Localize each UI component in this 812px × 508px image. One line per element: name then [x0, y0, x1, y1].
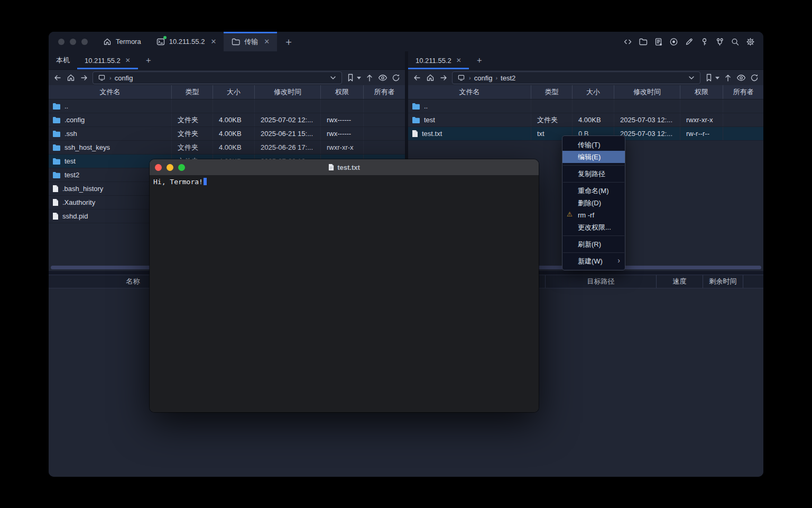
- bookmark-dropdown-icon[interactable]: [715, 73, 719, 83]
- file-name: .Xauthority: [62, 198, 95, 206]
- table-header: 文件名 类型 大小 修改时间 权限 所有者: [49, 85, 405, 99]
- column-header-mtime[interactable]: 修改时间: [255, 85, 321, 99]
- menu-item-edit[interactable]: 编辑(E): [562, 151, 625, 163]
- table-row[interactable]: ..: [408, 99, 763, 113]
- column-header-owner[interactable]: 所有者: [723, 85, 763, 99]
- column-header-name[interactable]: 文件名: [49, 85, 172, 99]
- chevron-down-icon[interactable]: [328, 73, 338, 83]
- close-tab-icon[interactable]: ✕: [125, 57, 131, 64]
- column-header-mtime[interactable]: 修改时间: [614, 85, 680, 99]
- upload-icon[interactable]: [365, 73, 374, 83]
- table-row[interactable]: test 文件夹4.00KB2025-07-03 12:...rwxr-xr-x: [408, 113, 763, 127]
- transfer-column-eta[interactable]: 剩余时间: [703, 275, 743, 288]
- key-icon[interactable]: [699, 37, 709, 47]
- breadcrumb-config[interactable]: config: [474, 74, 493, 82]
- table-row[interactable]: .ssh 文件夹4.00KB2025-06-21 15:...rwx------: [49, 127, 405, 141]
- menu-item-transfer[interactable]: 传输(T): [562, 139, 625, 151]
- folder-icon: [52, 144, 61, 151]
- edit-icon[interactable]: [684, 37, 694, 47]
- tab-remote-label: 10.211.55.2: [416, 57, 451, 65]
- column-header-name[interactable]: 文件名: [408, 85, 531, 99]
- column-header-perm[interactable]: 权限: [680, 85, 723, 99]
- forward-icon[interactable]: [79, 73, 89, 83]
- search-icon[interactable]: [730, 37, 740, 47]
- refresh-icon[interactable]: [750, 73, 759, 83]
- back-icon[interactable]: [53, 73, 62, 83]
- path-breadcrumb-field[interactable]: › config › test2: [452, 71, 700, 84]
- breadcrumb-test2[interactable]: test2: [501, 74, 515, 82]
- maximize-window-button[interactable]: [81, 39, 88, 45]
- file-name: sshd.pid: [62, 212, 88, 220]
- close-tab-icon[interactable]: ✕: [456, 57, 462, 64]
- column-header-perm[interactable]: 权限: [321, 85, 364, 99]
- menu-item-delete[interactable]: 删除(D): [562, 197, 625, 209]
- keychain-icon[interactable]: [715, 37, 724, 47]
- tab-home[interactable]: Termora: [95, 32, 149, 51]
- menu-separator: [563, 252, 624, 253]
- table-row[interactable]: ..: [49, 99, 405, 113]
- breadcrumb-separator: ›: [109, 75, 112, 81]
- menu-item-rm-rf[interactable]: ⚠rm -rf: [562, 209, 625, 221]
- bookmark-icon[interactable]: [346, 73, 355, 83]
- refresh-icon[interactable]: [391, 73, 401, 83]
- menu-item-refresh[interactable]: 刷新(R): [562, 238, 625, 250]
- tab-terminal-label: 10.211.55.2: [169, 38, 205, 46]
- menu-item-change-permissions[interactable]: 更改权限...: [562, 221, 625, 233]
- add-panel-tab-button[interactable]: ＋: [469, 51, 490, 69]
- close-tab-icon[interactable]: ✕: [210, 38, 216, 46]
- bookmark-dropdown-icon[interactable]: [356, 73, 361, 83]
- home-icon[interactable]: [66, 73, 76, 83]
- menu-item-new[interactable]: 新建(W)›: [562, 255, 625, 267]
- menu-item-copy-path[interactable]: 复制路径: [562, 168, 625, 180]
- folder-icon: [52, 171, 61, 178]
- close-tab-icon[interactable]: ✕: [264, 38, 270, 46]
- tab-transfer[interactable]: 传输 ✕: [224, 32, 277, 51]
- back-icon[interactable]: [412, 73, 422, 83]
- file-name: .config: [64, 116, 85, 124]
- column-header-size[interactable]: 大小: [213, 85, 255, 99]
- home-icon[interactable]: [426, 73, 435, 83]
- log-icon[interactable]: [653, 37, 663, 47]
- menu-item-rename[interactable]: 重命名(M): [562, 185, 625, 197]
- connected-badge: [163, 36, 167, 39]
- column-header-owner[interactable]: 所有者: [364, 85, 405, 99]
- minimize-window-button[interactable]: [70, 39, 76, 45]
- snippets-icon[interactable]: [623, 37, 632, 47]
- chevron-down-icon[interactable]: [687, 73, 696, 83]
- upload-icon[interactable]: [723, 73, 733, 83]
- file-icon: [412, 130, 418, 138]
- context-menu: 传输(T) 编辑(E) 复制路径 重命名(M) 删除(D) ⚠rm -rf 更改…: [562, 135, 625, 270]
- folder-icon[interactable]: [638, 37, 648, 47]
- show-hidden-eye-icon[interactable]: [736, 73, 746, 83]
- column-header-type[interactable]: 类型: [531, 85, 573, 99]
- file-name: test2: [64, 171, 79, 179]
- transfer-column-target[interactable]: 目标路径: [546, 275, 657, 288]
- close-window-button[interactable]: [155, 164, 162, 171]
- new-tab-button[interactable]: ＋: [277, 32, 300, 51]
- bookmark-icon[interactable]: [704, 73, 714, 83]
- editor-titlebar[interactable]: test.txt: [150, 159, 539, 175]
- record-icon[interactable]: [669, 37, 678, 47]
- show-hidden-eye-icon[interactable]: [378, 73, 387, 83]
- minimize-window-button[interactable]: [167, 164, 173, 171]
- tab-remote-left[interactable]: 10.211.55.2 ✕: [77, 51, 138, 69]
- left-toolbar: › config: [49, 70, 405, 86]
- transfer-column-speed[interactable]: 速度: [657, 275, 703, 288]
- editor-window: test.txt Hi, Termora!: [150, 159, 539, 412]
- folder-icon: [52, 116, 61, 123]
- tab-remote-right[interactable]: 10.211.55.2 ✕: [408, 51, 469, 69]
- table-row[interactable]: ssh_host_keys 文件夹4.00KB2025-06-26 17:...…: [49, 141, 405, 155]
- maximize-window-button[interactable]: [178, 164, 185, 171]
- tab-local[interactable]: 本机: [49, 51, 77, 69]
- settings-gear-icon[interactable]: [745, 37, 755, 47]
- column-header-size[interactable]: 大小: [573, 85, 614, 99]
- forward-icon[interactable]: [439, 73, 448, 83]
- path-breadcrumb-field[interactable]: › config: [93, 71, 342, 84]
- tab-terminal-session[interactable]: 10.211.55.2 ✕: [149, 32, 224, 51]
- editor-text-area[interactable]: Hi, Termora!: [150, 175, 539, 412]
- breadcrumb-config[interactable]: config: [115, 74, 133, 82]
- table-row[interactable]: .config 文件夹4.00KB2025-07-02 12:...rwx---…: [49, 113, 405, 127]
- add-panel-tab-button[interactable]: ＋: [138, 51, 159, 69]
- column-header-type[interactable]: 类型: [172, 85, 213, 99]
- close-window-button[interactable]: [58, 39, 64, 45]
